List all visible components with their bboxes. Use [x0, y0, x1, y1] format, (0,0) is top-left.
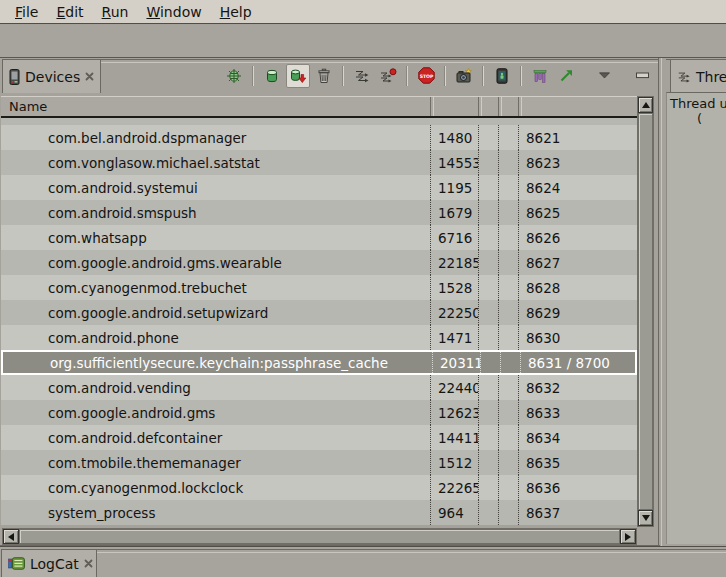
status-cell — [498, 400, 518, 425]
status-cell — [478, 225, 498, 250]
toolbar-separator — [444, 66, 446, 86]
vertical-scrollbar[interactable] — [637, 96, 654, 527]
tab-devices[interactable]: Devices — [2, 59, 101, 93]
pid-cell: 20311 — [432, 352, 480, 373]
minimize-icon — [636, 72, 649, 79]
arrow-right-icon — [625, 533, 631, 541]
device-row[interactable]: org.sufficientlysecure.keychain:passphra… — [1, 350, 637, 375]
column-divider[interactable] — [430, 97, 434, 116]
status-cell — [478, 200, 498, 225]
status-cell — [478, 400, 498, 425]
device-row[interactable]: com.google.android.gms126238633 — [1, 400, 637, 425]
process-name-cell: com.android.vending — [1, 375, 430, 400]
device-rows: com.bel.android.dspmanager14808621com.vo… — [1, 125, 637, 525]
process-name-cell: org.sufficientlysecure.keychain:passphra… — [3, 352, 432, 373]
pid-cell: 1679 — [430, 200, 478, 225]
view-menu-button[interactable] — [592, 64, 616, 88]
device-row[interactable]: com.google.android.setupwizard222508629 — [1, 300, 637, 325]
minimize-button[interactable] — [630, 64, 654, 88]
threads-message-line2: ( — [667, 111, 726, 126]
threads-message-line1: Thread up — [667, 96, 726, 111]
menu-item-run[interactable]: Run — [93, 2, 138, 22]
camera-icon — [456, 68, 473, 84]
process-name-cell: com.tmobile.thememanager — [1, 450, 430, 475]
device-row[interactable]: com.cyanogenmod.lockclock222658636 — [1, 475, 637, 500]
pid-cell: 1512 — [430, 450, 478, 475]
device-row[interactable]: com.android.vending224408632 — [1, 375, 637, 400]
status-cell — [478, 275, 498, 300]
toolbar-separator — [252, 66, 254, 86]
status-cell — [498, 200, 518, 225]
device-row[interactable]: com.android.smspush16798625 — [1, 200, 637, 225]
debug-attach-button[interactable] — [222, 64, 246, 88]
menu-item-file[interactable]: File — [6, 2, 47, 22]
status-cell — [498, 375, 518, 400]
dump-hprof-button[interactable] — [286, 64, 310, 88]
device-row[interactable]: system_process9648637 — [1, 500, 637, 525]
column-header-name[interactable]: Name — [9, 99, 47, 114]
tab-threads[interactable]: Threads — [670, 59, 726, 93]
method-profiling-button[interactable] — [376, 64, 400, 88]
process-name-cell: com.android.phone — [1, 325, 430, 350]
scroll-left-button[interactable] — [3, 529, 19, 544]
status-cell — [498, 225, 518, 250]
update-threads-icon — [354, 68, 370, 84]
process-name-cell: com.android.systemui — [1, 175, 430, 200]
device-row[interactable]: com.bel.android.dspmanager14808621 — [1, 125, 637, 150]
tab-logcat[interactable]: LogCat — [1, 549, 97, 577]
cause-gc-button[interactable] — [312, 64, 336, 88]
stop-process-button[interactable]: STOP — [414, 64, 438, 88]
dump-hprof-icon — [289, 68, 307, 84]
ddms-window: FileEditRunWindowHelp Devices — [0, 0, 726, 577]
logcat-tabbar-border — [97, 549, 726, 553]
status-cell — [498, 325, 518, 350]
device-row[interactable]: com.android.defcontainer144118634 — [1, 425, 637, 450]
status-cell — [498, 125, 518, 150]
port-cell: 8636 — [518, 475, 637, 500]
update-heap-button[interactable] — [260, 64, 284, 88]
vertical-scroll-thumb[interactable] — [638, 113, 653, 510]
process-name-cell: com.google.android.gms — [1, 400, 430, 425]
tab-logcat-label: LogCat — [30, 556, 79, 572]
device-row[interactable]: com.tmobile.thememanager15128635 — [1, 450, 637, 475]
pid-cell: 1528 — [430, 275, 478, 300]
scroll-right-button[interactable] — [620, 529, 636, 544]
device-row[interactable]: com.android.systemui11958624 — [1, 175, 637, 200]
device-row[interactable]: com.android.phone14718630 — [1, 325, 637, 350]
scroll-up-button[interactable] — [638, 97, 653, 113]
column-divider[interactable] — [478, 97, 482, 116]
stop-label: STOP — [419, 74, 433, 79]
column-divider[interactable] — [498, 97, 502, 116]
menu-item-window[interactable]: Window — [137, 2, 210, 22]
device-row[interactable]: com.cyanogenmod.trebuchet15288628 — [1, 275, 637, 300]
tab-devices-close-icon[interactable] — [85, 71, 94, 82]
status-cell — [498, 500, 518, 525]
menu-item-edit[interactable]: Edit — [47, 2, 92, 22]
screen-capture-button[interactable] — [452, 64, 476, 88]
device-row[interactable]: com.vonglasow.michael.satstat145538623 — [1, 150, 637, 175]
port-cell: 8629 — [518, 300, 637, 325]
logcat-icon — [8, 557, 25, 570]
tracks-button[interactable] — [528, 64, 552, 88]
device-row[interactable]: com.google.android.gms.wearable221858627 — [1, 250, 637, 275]
pid-cell: 22265 — [430, 475, 478, 500]
status-cell — [498, 425, 518, 450]
status-cell — [498, 275, 518, 300]
column-divider[interactable] — [518, 97, 522, 116]
capture-device-view-button[interactable] — [490, 64, 514, 88]
port-cell: 8627 — [518, 250, 637, 275]
device-row[interactable]: com.whatsapp67168626 — [1, 225, 637, 250]
line-chart-button[interactable] — [554, 64, 578, 88]
port-cell: 8624 — [518, 175, 637, 200]
horizontal-scroll-thumb[interactable] — [19, 529, 620, 544]
process-name-cell: com.cyanogenmod.trebuchet — [1, 275, 430, 300]
status-cell — [498, 300, 518, 325]
horizontal-scrollbar[interactable] — [2, 528, 637, 545]
update-threads-button[interactable] — [350, 64, 374, 88]
port-cell: 8625 — [518, 200, 637, 225]
scroll-down-button[interactable] — [638, 510, 653, 526]
process-name-cell: com.google.android.gms.wearable — [1, 250, 430, 275]
menu-item-help[interactable]: Help — [211, 2, 261, 22]
pid-cell: 22440 — [430, 375, 478, 400]
tab-logcat-close-icon[interactable] — [84, 558, 93, 569]
